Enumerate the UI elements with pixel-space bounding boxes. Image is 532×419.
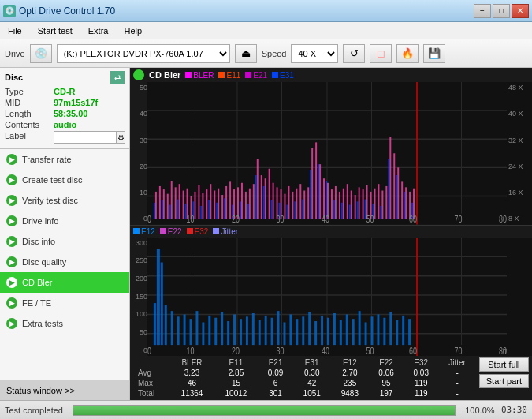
start-full-button[interactable]: Start full [479,357,529,372]
menu-help[interactable]: Help [119,24,147,37]
svg-rect-65 [359,187,360,219]
menu-file[interactable]: File [3,24,27,37]
disc-arrow-button[interactable]: ⇄ [110,71,125,84]
svg-rect-141 [171,311,173,345]
disc-mid-row: MID 97m15s17f [5,98,125,107]
svg-rect-137 [154,303,156,345]
stats-col-e11: E11 [214,357,259,368]
maximize-button[interactable]: □ [493,4,510,18]
upper-right-axis: 48 X 40 X 32 X 24 X 16 X 8 X [507,82,532,225]
svg-rect-93 [255,175,257,219]
menu-start-test[interactable]: Start test [33,24,77,37]
start-part-button[interactable]: Start part [479,374,529,388]
svg-rect-23 [194,192,195,219]
stats-col-bler: BLER [170,357,214,368]
create-test-disc-icon: ▶ [6,174,17,185]
svg-text:50: 50 [366,213,374,224]
legend-e11-dot [218,72,225,78]
disc-contents-row: Contents audio [5,120,125,129]
svg-rect-13 [155,192,157,219]
eject-button[interactable]: ⏏ [235,44,257,63]
stats-max-jitter: - [438,378,475,388]
svg-rect-46 [284,194,285,219]
svg-rect-18 [175,187,177,219]
legend-e22-label: E22 [168,227,182,236]
chart-content: CD Bler BLER E11 E21 E31 [130,68,532,400]
svg-rect-29 [218,189,219,219]
upper-chart-svg-container: 0 10 20 30 40 50 60 70 80 [147,82,507,225]
svg-rect-52 [307,187,309,219]
sidebar-item-verify-test-disc[interactable]: ▶ Verify test disc [0,190,129,211]
svg-rect-82 [169,205,171,219]
svg-rect-80 [154,203,155,219]
disc-contents-value: audio [54,120,76,129]
lower-y-axis: 300 250 200 150 100 50 0 [130,238,147,356]
svg-rect-89 [224,198,225,219]
disc-info-icon: ▶ [6,236,17,247]
svg-text:70: 70 [455,345,463,356]
stats-buttons: Start full Start part [476,357,529,388]
minimize-button[interactable]: − [474,4,491,18]
svg-rect-40 [261,175,262,219]
stats-total-row: Total 11364 10012 301 1051 9483 197 119 … [133,388,476,398]
svg-rect-154 [252,313,255,345]
svg-rect-162 [302,316,304,345]
svg-rect-32 [229,181,231,219]
svg-text:60: 60 [409,213,417,224]
svg-rect-106 [357,201,359,219]
drive-select[interactable]: (K:) PLEXTOR DVDR PX-760A 1.07 [57,44,230,63]
close-button[interactable]: ✕ [512,4,529,18]
burn-button[interactable]: 🔥 [396,44,419,63]
erase-button[interactable]: ◻ [370,44,392,63]
svg-rect-175 [383,317,385,344]
sidebar-item-extra-tests[interactable]: ▶ Extra tests [0,313,129,334]
svg-rect-55 [319,164,321,219]
disc-label-edit-button[interactable]: ⚙ [117,131,125,144]
svg-rect-61 [343,189,344,219]
legend-jitter: Jitter [213,227,238,236]
svg-rect-75 [397,167,399,219]
titlebar-left: 💿 Opti Drive Control 1.70 [3,5,115,17]
disc-panel: Disc ⇄ Type CD-R MID 97m15s17f Length 58… [0,68,129,149]
svg-rect-76 [401,181,403,219]
legend-e12-label: E12 [141,227,155,236]
sidebar-item-fe-te[interactable]: ▶ FE / TE [0,293,129,313]
svg-rect-28 [214,190,215,219]
sidebar-item-disc-quality[interactable]: ▶ Disc quality [0,252,129,272]
svg-rect-95 [271,200,273,219]
disc-label-input[interactable] [54,131,117,144]
upper-y-axis: 50 40 30 20 10 0 [130,82,147,225]
refresh-button[interactable]: ↺ [343,44,365,63]
progress-bar-container [73,405,456,416]
svg-text:30: 30 [277,213,285,224]
stats-max-bler: 46 [170,378,214,388]
sidebar-item-create-test-disc[interactable]: ▶ Create test disc [0,170,129,190]
svg-rect-152 [240,319,242,345]
legend-e31: E31 [272,71,294,80]
save-button[interactable]: 💾 [423,44,445,63]
menu-extra[interactable]: Extra [84,24,113,37]
svg-rect-138 [157,249,160,345]
svg-rect-164 [314,321,317,345]
svg-rect-63 [351,190,352,219]
svg-rect-72 [385,186,387,219]
lower-chart-section: E12 E22 E32 Jitter 300 [130,226,532,356]
legend-e21-dot [245,72,251,78]
svg-rect-35 [241,183,243,219]
svg-rect-53 [311,148,313,219]
svg-rect-14 [159,186,161,219]
speed-select[interactable]: 40 X [291,44,338,63]
sidebar-item-transfer-rate[interactable]: ▶ Transfer rate [0,149,129,170]
status-window-button[interactable]: Status window >> [0,380,129,400]
svg-rect-74 [393,153,395,219]
svg-text:0: 0 [147,213,151,224]
svg-rect-47 [288,186,289,219]
sidebar-item-cd-bler[interactable]: ▶ CD Bler [0,272,129,293]
svg-rect-77 [405,187,407,219]
sidebar-item-drive-info[interactable]: ▶ Drive info [0,211,129,231]
lower-right-spacer [507,238,532,356]
legend-e31-label: E31 [280,71,294,80]
svg-rect-64 [355,195,356,219]
sidebar-item-disc-info[interactable]: ▶ Disc info [0,231,129,252]
stats-total-label: Total [133,388,170,398]
